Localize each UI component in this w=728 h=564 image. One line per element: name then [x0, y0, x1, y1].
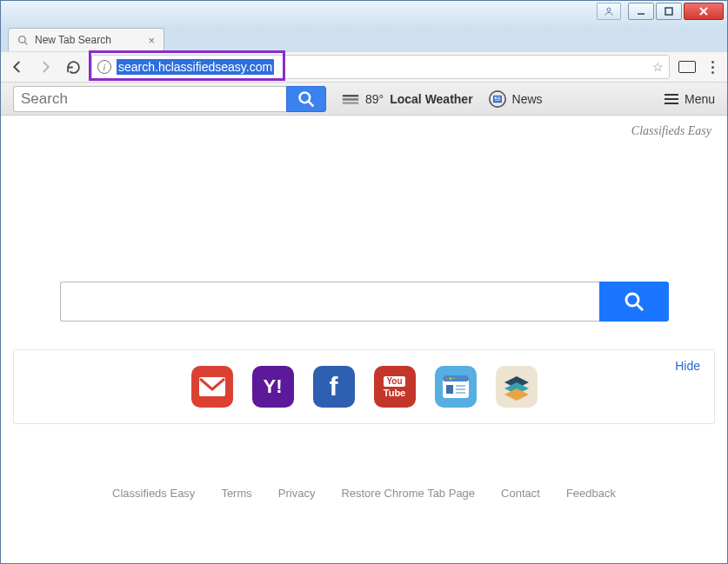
- footer-terms[interactable]: Terms: [221, 487, 251, 500]
- svg-rect-2: [665, 8, 672, 15]
- footer-links: Classifieds Easy Terms Privacy Restore C…: [1, 476, 727, 514]
- address-text: search.hclassifiedseasy.com: [117, 59, 274, 75]
- tab-strip: New Tab Search ×: [1, 25, 727, 51]
- maximize-button[interactable]: [656, 3, 682, 20]
- tile-yahoo[interactable]: Y!: [252, 366, 294, 408]
- svg-point-5: [19, 36, 26, 43]
- menu-button[interactable]: Menu: [665, 92, 715, 106]
- tile-news[interactable]: [435, 366, 477, 408]
- svg-point-24: [449, 377, 451, 380]
- address-bar[interactable]: i search.hclassifiedseasy.com ☆: [91, 55, 670, 79]
- close-button[interactable]: [684, 3, 724, 20]
- search-icon: [17, 35, 29, 46]
- svg-rect-29: [456, 392, 465, 394]
- profile-icon[interactable]: [597, 3, 621, 20]
- tab-title: New Tab Search: [35, 34, 111, 46]
- footer-contact[interactable]: Contact: [501, 487, 540, 500]
- news-widget[interactable]: News: [489, 90, 543, 108]
- main-search-input[interactable]: [60, 282, 599, 322]
- weather-temp: 89°: [365, 92, 384, 106]
- tile-facebook[interactable]: f: [313, 366, 355, 408]
- window-titlebar: [1, 1, 727, 25]
- svg-rect-9: [343, 95, 358, 97]
- hide-link[interactable]: Hide: [675, 359, 700, 373]
- svg-line-19: [637, 304, 643, 310]
- svg-rect-11: [343, 102, 358, 104]
- reload-button[interactable]: [63, 57, 83, 76]
- tile-classifieds[interactable]: [496, 366, 538, 408]
- tile-gmail[interactable]: [191, 366, 233, 408]
- browser-menu-button[interactable]: [705, 61, 720, 74]
- footer-privacy[interactable]: Privacy: [278, 487, 316, 500]
- bookmark-star-icon[interactable]: ☆: [652, 60, 664, 74]
- weather-widget[interactable]: 89° Local Weather: [342, 92, 473, 106]
- weather-label: Local Weather: [390, 92, 472, 106]
- svg-line-6: [24, 42, 27, 44]
- svg-point-23: [445, 377, 448, 380]
- svg-point-25: [452, 377, 455, 380]
- svg-rect-15: [498, 96, 500, 97]
- news-icon: [489, 90, 506, 108]
- svg-rect-28: [456, 388, 465, 390]
- topbar-search-input[interactable]: [13, 86, 286, 112]
- page-content: 89° Local Weather News Menu Classifieds …: [1, 83, 727, 564]
- footer-feedback[interactable]: Feedback: [566, 487, 616, 500]
- main-search-button[interactable]: [599, 282, 669, 322]
- menu-label: Menu: [685, 92, 715, 106]
- svg-point-18: [626, 294, 638, 306]
- stack-icon: [503, 373, 531, 401]
- shortcut-tiles: Y! f You Tube: [24, 366, 704, 408]
- svg-rect-17: [494, 99, 500, 100]
- close-tab-icon[interactable]: ×: [148, 34, 155, 47]
- browser-toolbar: i search.hclassifiedseasy.com ☆: [1, 51, 727, 83]
- topbar-search-button[interactable]: [286, 86, 326, 112]
- svg-point-0: [607, 8, 611, 11]
- back-button[interactable]: [8, 57, 27, 76]
- youtube-icon-bot: Tube: [384, 388, 405, 398]
- youtube-icon-top: You: [384, 376, 404, 387]
- footer-brand[interactable]: Classifieds Easy: [112, 487, 195, 500]
- facebook-icon: f: [330, 372, 338, 401]
- browser-window-icon: [443, 375, 469, 398]
- hamburger-icon: [665, 94, 678, 104]
- forward-button: [36, 57, 55, 76]
- footer-restore[interactable]: Restore Chrome Tab Page: [341, 487, 475, 500]
- browser-tab[interactable]: New Tab Search ×: [8, 28, 164, 51]
- yahoo-icon: Y!: [264, 375, 283, 398]
- extension-topbar: 89° Local Weather News Menu: [1, 83, 727, 116]
- info-icon[interactable]: i: [97, 60, 111, 74]
- svg-rect-26: [446, 385, 453, 394]
- news-label: News: [512, 92, 543, 106]
- svg-rect-16: [498, 98, 500, 99]
- main-search: [60, 282, 669, 322]
- svg-line-8: [309, 101, 314, 106]
- cast-icon[interactable]: [678, 61, 696, 73]
- svg-rect-14: [494, 96, 497, 98]
- tile-youtube[interactable]: You Tube: [374, 366, 416, 408]
- svg-rect-27: [456, 385, 465, 387]
- svg-point-7: [300, 92, 311, 103]
- brand-label: Classifieds Easy: [1, 116, 727, 138]
- svg-rect-10: [343, 98, 358, 101]
- shortcuts-panel: Hide Y! f You Tube: [13, 349, 715, 424]
- gmail-icon: [199, 377, 225, 396]
- weather-icon: [342, 93, 359, 105]
- topbar-search: [13, 86, 326, 112]
- minimize-button[interactable]: [628, 3, 654, 20]
